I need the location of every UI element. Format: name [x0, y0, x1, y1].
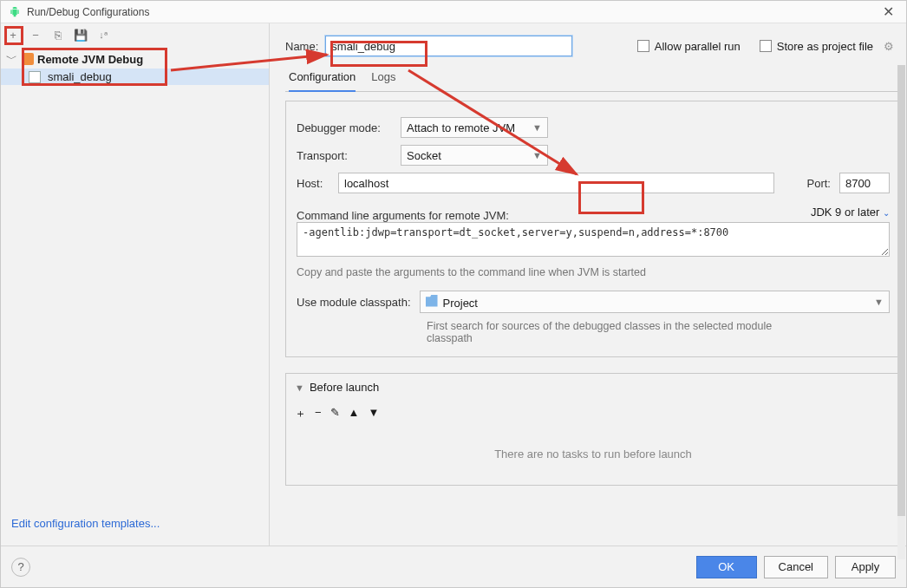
name-input[interactable]	[325, 36, 572, 56]
save-config-button[interactable]: 💾	[74, 28, 88, 42]
copy-config-button[interactable]: ⎘	[51, 28, 65, 42]
allow-parallel-label: Allow parallel run	[655, 40, 741, 53]
add-task-button[interactable]: ＋	[295, 406, 306, 421]
name-label: Name:	[285, 40, 318, 53]
config-tree: ﹀ Remote JVM Debug smali_debug	[1, 46, 269, 88]
window-title: Run/Debug Configurations	[27, 6, 878, 18]
classpath-value: Project	[443, 297, 478, 310]
tab-configuration[interactable]: Configuration	[289, 65, 356, 92]
dialog-run-debug-config: Run/Debug Configurations ✕ + − ⎘ 💾 ↓ᵃ ﹀ …	[0, 0, 907, 588]
tab-logs[interactable]: Logs	[371, 65, 395, 91]
edit-task-button[interactable]: ✎	[330, 406, 340, 421]
tree-config-label: smali_debug	[48, 70, 112, 83]
checkbox-icon	[760, 40, 772, 52]
config-item-icon	[29, 71, 41, 83]
help-button[interactable]: ?	[11, 558, 30, 577]
collapse-icon[interactable]: ▼	[295, 382, 304, 393]
port-input[interactable]	[839, 173, 890, 193]
config-tabs: Configuration Logs	[285, 65, 901, 92]
debugger-mode-combo[interactable]: Attach to remote JVM ▼	[401, 117, 548, 138]
jdk-version-link[interactable]: JDK 9 or later ⌄	[811, 206, 890, 219]
move-down-button[interactable]: ▼	[368, 406, 379, 421]
chevron-down-icon: ▼	[532, 122, 542, 133]
checkbox-icon	[637, 40, 649, 52]
sort-config-button[interactable]: ↓ᵃ	[96, 28, 110, 42]
cmd-args-label: Command line arguments for remote JVM:	[297, 209, 509, 222]
left-panel: + − ⎘ 💾 ↓ᵃ ﹀ Remote JVM Debug smali_debu…	[1, 23, 270, 546]
transport-combo[interactable]: Socket ▼	[401, 145, 548, 166]
cmd-hint: Copy and paste the arguments to the comm…	[297, 266, 890, 278]
before-launch-title: Before launch	[310, 381, 379, 394]
right-panel: Name: Allow parallel run Store as projec…	[270, 23, 906, 546]
apply-button[interactable]: Apply	[835, 556, 896, 578]
classpath-hint: First search for sources of the debugged…	[427, 320, 799, 344]
classpath-combo[interactable]: Project ▼	[420, 291, 890, 313]
chevron-down-icon: ▼	[874, 297, 884, 307]
allow-parallel-checkbox[interactable]: Allow parallel run	[637, 40, 741, 53]
android-icon	[8, 5, 22, 19]
transport-value: Socket	[407, 149, 441, 162]
move-up-button[interactable]: ▲	[349, 406, 360, 421]
ok-button[interactable]: OK	[696, 556, 757, 578]
remove-task-button[interactable]: −	[315, 406, 322, 421]
dialog-body: + − ⎘ 💾 ↓ᵃ ﹀ Remote JVM Debug smali_debu…	[1, 23, 906, 546]
tree-type-remote-jvm[interactable]: ﹀ Remote JVM Debug	[1, 49, 269, 69]
chevron-down-icon: ⌄	[883, 208, 890, 218]
edit-templates-link[interactable]: Edit configuration templates...	[1, 510, 269, 537]
classpath-label: Use module classpath:	[297, 296, 411, 309]
close-icon[interactable]: ✕	[878, 3, 899, 20]
expand-icon[interactable]: ﹀	[4, 51, 18, 67]
store-project-checkbox[interactable]: Store as project file	[760, 40, 873, 53]
folder-icon	[426, 295, 438, 307]
port-label: Port:	[807, 177, 831, 190]
cancel-button[interactable]: Cancel	[764, 556, 828, 578]
before-launch-panel: ▼ Before launch ＋ − ✎ ▲ ▼ There are no t…	[285, 373, 901, 486]
gear-icon[interactable]: ⚙	[884, 40, 894, 53]
config-toolbar: + − ⎘ 💾 ↓ᵃ	[1, 23, 269, 46]
dialog-footer: ? OK Cancel Apply	[1, 546, 906, 587]
debugger-mode-value: Attach to remote JVM	[407, 121, 515, 134]
tree-config-smali-debug[interactable]: smali_debug	[1, 69, 269, 85]
tree-type-label: Remote JVM Debug	[37, 53, 143, 66]
cmd-args-box[interactable]: -agentlib:jdwp=transport=dt_socket,serve…	[297, 222, 890, 257]
remove-config-button[interactable]: −	[29, 28, 42, 42]
host-label: Host:	[297, 177, 330, 190]
scrollbar-thumb[interactable]	[897, 65, 905, 516]
add-config-button[interactable]: +	[6, 28, 20, 42]
before-launch-empty: There are no tasks to run before launch	[295, 423, 891, 485]
transport-label: Transport:	[297, 149, 392, 162]
remote-jvm-icon	[22, 53, 34, 65]
titlebar: Run/Debug Configurations ✕	[1, 1, 906, 23]
config-panel: Debugger mode: Attach to remote JVM ▼ Tr…	[285, 101, 901, 357]
host-input[interactable]	[338, 173, 774, 193]
debugger-mode-label: Debugger mode:	[297, 121, 392, 134]
chevron-down-icon: ▼	[532, 150, 542, 160]
store-project-label: Store as project file	[777, 40, 873, 53]
